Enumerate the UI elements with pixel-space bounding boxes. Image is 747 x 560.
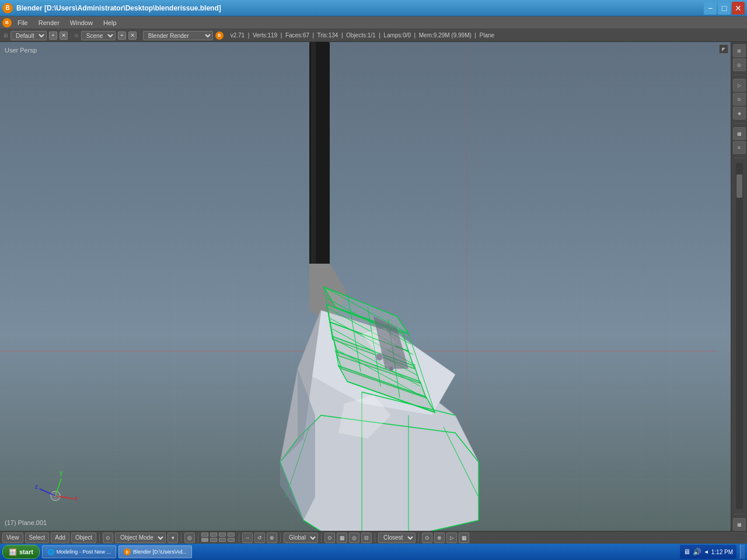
shade-btn-2[interactable] bbox=[210, 533, 217, 537]
sidebar-scene-btn[interactable]: ⊙ bbox=[733, 93, 746, 106]
extra-btn-3[interactable]: ▷ bbox=[446, 533, 457, 543]
toolbar-sep-3 bbox=[198, 533, 198, 542]
maximize-button[interactable]: □ bbox=[718, 2, 731, 15]
lamps-stat: Lamps:0/0 bbox=[383, 32, 411, 38]
system-clock: 1:12 PM bbox=[711, 549, 733, 555]
scene-select[interactable]: Scene bbox=[81, 31, 116, 40]
extra-btn-4[interactable]: ▦ bbox=[459, 533, 469, 543]
select-menu-button[interactable]: Select bbox=[25, 533, 50, 543]
network-tray-icon: 🖥 bbox=[683, 548, 690, 556]
menu-file[interactable]: File bbox=[13, 18, 33, 27]
svg-line-65 bbox=[40, 489, 55, 496]
menu-bar: B File Render Window Help bbox=[0, 16, 747, 29]
layout-remove-button[interactable]: ✕ bbox=[60, 32, 68, 40]
pivot-button[interactable]: ◎ bbox=[184, 533, 195, 543]
memory-stat: Mem:9.29M (9.99M) bbox=[419, 32, 472, 38]
layout-select[interactable]: Default bbox=[11, 31, 47, 40]
shade-btn-6[interactable] bbox=[210, 538, 217, 542]
shade-btn-7[interactable] bbox=[219, 538, 226, 542]
bottom-toolbar: View Select Add Object ⊙ Object Mode Edi… bbox=[0, 531, 747, 544]
snap-toggle-button[interactable]: ⊙ bbox=[324, 533, 335, 543]
snap-type-select[interactable]: Closest Center Median bbox=[378, 533, 416, 543]
object-mode-select[interactable]: Object Mode Edit Mode Sculpt Mode bbox=[115, 533, 166, 543]
shade-btn-8[interactable] bbox=[228, 538, 235, 542]
scene-add-button[interactable]: + bbox=[118, 32, 126, 40]
transform-orientation-select[interactable]: Global Local bbox=[284, 533, 318, 543]
sidebar-view-btn[interactable]: ⊞ bbox=[733, 44, 746, 57]
proportional-button[interactable]: ◎ bbox=[349, 533, 359, 543]
extra-btn-2[interactable]: ⊗ bbox=[434, 533, 445, 543]
objects-stat: Objects:1/1 bbox=[346, 32, 376, 38]
arrow-tray-icon[interactable]: ◄ bbox=[704, 549, 709, 555]
verts-stat: Verts:119 bbox=[253, 32, 277, 38]
sidebar-render-btn[interactable]: ▷ bbox=[733, 79, 746, 92]
sidebar-scroll-thumb bbox=[736, 174, 742, 198]
proportional-fall-button[interactable]: ⊟ bbox=[361, 533, 372, 543]
mode-arrow-button[interactable]: ▾ bbox=[167, 533, 178, 543]
object-menu-button[interactable]: Object bbox=[71, 533, 96, 543]
svg-text:y: y bbox=[60, 470, 63, 476]
manipulate-button[interactable]: ↔ bbox=[242, 533, 253, 543]
engine-widget: Blender Render B bbox=[143, 31, 224, 40]
show-desktop-button[interactable] bbox=[740, 545, 745, 559]
volume-tray-icon: 🔊 bbox=[693, 548, 701, 556]
sidebar-grid-btn[interactable]: ▦ bbox=[733, 127, 746, 140]
taskbar-ie-button[interactable]: 🌐 Modeling - Post New ... bbox=[42, 545, 116, 558]
close-button[interactable]: ✕ bbox=[732, 2, 745, 15]
menu-window[interactable]: Window bbox=[65, 18, 97, 27]
add-menu-button[interactable]: Add bbox=[51, 533, 69, 543]
menu-help[interactable]: Help bbox=[99, 18, 121, 27]
sidebar-divider-3 bbox=[734, 158, 745, 158]
start-label: start bbox=[19, 548, 33, 555]
minimize-button[interactable]: − bbox=[704, 2, 717, 15]
start-button[interactable]: 🪟 start bbox=[2, 545, 40, 559]
scene-widget: ⊙ Scene + ✕ bbox=[74, 31, 137, 40]
windows-taskbar: 🪟 start 🌐 Modeling - Post New ... B Blen… bbox=[0, 544, 747, 560]
tris-stat: Tris:134 bbox=[317, 32, 338, 38]
taskbar-blender-label: Blender [D:\Users\Ad... bbox=[133, 549, 187, 555]
3d-viewport[interactable]: User Persp x y z (17) Plane.001 ◤ bbox=[0, 42, 731, 531]
plane-stat: Plane bbox=[480, 32, 495, 38]
sidebar-snap-btn[interactable]: ≡ bbox=[733, 141, 746, 154]
blender-logo-icon: B bbox=[2, 18, 12, 27]
taskbar-blender-button[interactable]: B Blender [D:\Users\Ad... bbox=[118, 545, 192, 558]
blender-title-icon: B bbox=[2, 3, 13, 13]
viewport-label: User Persp bbox=[5, 47, 37, 54]
menu-render[interactable]: Render bbox=[34, 18, 64, 27]
title-bar-controls: − □ ✕ bbox=[704, 2, 745, 15]
selected-object-label: (17) Plane.001 bbox=[5, 519, 47, 526]
window-title: Blender [D:\Users\Administrator\Desktop\… bbox=[16, 4, 221, 12]
right-sidebar: ⊞ ◎ ▷ ⊙ ◈ ▦ ≡ ▦ bbox=[731, 42, 747, 531]
shade-btn-4[interactable] bbox=[228, 533, 235, 537]
svg-text:x: x bbox=[74, 495, 78, 502]
layout-add-button[interactable]: + bbox=[49, 32, 57, 40]
blender-task-icon: B bbox=[124, 548, 131, 555]
title-bar: B Blender [D:\Users\Administrator\Deskto… bbox=[0, 0, 747, 16]
sidebar-world-btn[interactable]: ◈ bbox=[733, 107, 746, 120]
view-menu-button[interactable]: View bbox=[2, 533, 23, 543]
version-stat: v2.71 bbox=[231, 32, 245, 38]
viewport-expand-button[interactable]: ◤ bbox=[719, 44, 728, 54]
sidebar-divider-2 bbox=[734, 123, 745, 124]
viewport-shade-buttons bbox=[201, 533, 236, 542]
sidebar-divider-1 bbox=[734, 75, 745, 75]
snap-settings-button[interactable]: ▦ bbox=[337, 533, 347, 543]
taskbar-right: 🖥 🔊 ◄ 1:12 PM bbox=[680, 545, 745, 559]
main-area: User Persp x y z (17) Plane.001 ◤ ⊞ ◎ bbox=[0, 42, 747, 531]
blender-render-logo: B bbox=[215, 32, 224, 40]
sidebar-scrollbar[interactable] bbox=[736, 163, 743, 509]
shade-btn-3[interactable] bbox=[219, 533, 226, 537]
rotate-button[interactable]: ↺ bbox=[254, 533, 265, 543]
toolbar-sep-8 bbox=[418, 533, 419, 542]
mode-icon-button[interactable]: ⊙ bbox=[103, 533, 113, 543]
scale-button[interactable]: ⊕ bbox=[267, 533, 277, 543]
info-bar: ⊞ Default + ✕ | ⊙ Scene + ✕ | Blender Re… bbox=[0, 29, 747, 42]
sidebar-bottom-btn[interactable]: ▦ bbox=[733, 518, 746, 531]
shade-btn-5[interactable] bbox=[201, 538, 208, 542]
sidebar-obj-btn[interactable]: ◎ bbox=[733, 58, 746, 71]
scene-remove-button[interactable]: ✕ bbox=[128, 32, 137, 40]
render-engine-select[interactable]: Blender Render bbox=[143, 31, 213, 40]
ie-icon: 🌐 bbox=[47, 549, 54, 555]
extra-btn-1[interactable]: ⊙ bbox=[422, 533, 432, 543]
shade-btn-1[interactable] bbox=[201, 533, 208, 537]
